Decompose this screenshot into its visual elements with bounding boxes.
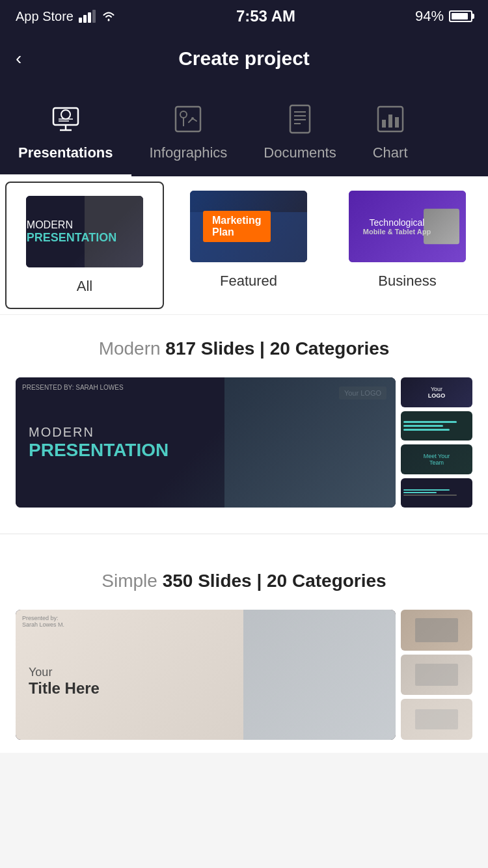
status-bar: App Store 7:53 AM 94% — [0, 0, 488, 33]
documents-label: Documents — [264, 144, 336, 161]
svg-rect-17 — [382, 120, 386, 128]
section-simple: Simple 350 Slides | 20 Categories Presen… — [0, 547, 488, 753]
filter-all-label: All — [77, 278, 92, 295]
wifi-icon — [101, 10, 116, 22]
infographics-label: Infographics — [150, 144, 228, 161]
filter-business[interactable]: Technological Mobile & Tablet App Busine… — [328, 176, 487, 314]
battery-percent: 94% — [415, 8, 444, 25]
simple-template-preview[interactable]: Presented by:Sarah Lowes M. Your Title H… — [16, 610, 472, 740]
modern-thumbs: YourLOGO Meet YourTeam — [401, 377, 472, 508]
modern-stats: 817 Slides | 20 Categories — [165, 338, 389, 359]
section-modern: Modern 817 Slides | 20 Categories Your L… — [0, 315, 488, 521]
filter-all[interactable]: MODERN PRESENTATION All — [5, 182, 164, 309]
svg-point-8 — [180, 111, 187, 118]
svg-rect-19 — [395, 117, 399, 128]
presentations-icon — [48, 102, 83, 137]
category-nav: Presentations Infographics Documents — [0, 85, 488, 176]
svg-rect-7 — [176, 107, 200, 131]
main-content: Modern 817 Slides | 20 Categories Your L… — [0, 315, 488, 753]
section-divider — [0, 534, 488, 534]
simple-section-title: Simple 350 Slides | 20 Categories — [16, 571, 472, 591]
filter-featured-thumb: MarketingPlan — [190, 191, 307, 262]
filter-row: MODERN PRESENTATION All MarketingPlan Fe… — [0, 176, 488, 315]
clock: 7:53 AM — [236, 7, 295, 25]
svg-point-10 — [191, 117, 194, 120]
simple-thumbs — [401, 610, 472, 740]
signal-icon — [79, 10, 96, 23]
filter-featured[interactable]: MarketingPlan Featured — [169, 176, 328, 314]
filter-featured-label: Featured — [220, 273, 277, 290]
svg-rect-18 — [388, 115, 392, 128]
chart-label: Chart — [373, 144, 408, 161]
category-documents[interactable]: Documents — [245, 91, 354, 176]
app-header: ‹ Create project — [0, 33, 488, 85]
status-right: 94% — [415, 8, 472, 25]
documents-icon — [282, 102, 318, 137]
status-left: App Store — [16, 9, 116, 24]
category-chart[interactable]: Chart — [355, 91, 426, 176]
svg-point-4 — [61, 110, 70, 119]
svg-point-0 — [107, 20, 109, 21]
category-infographics[interactable]: Infographics — [131, 91, 246, 176]
modern-template-preview[interactable]: Your LOGO PRESENTED BY: SARAH LOWES MODE… — [16, 377, 472, 508]
modern-main-slide[interactable]: Your LOGO PRESENTED BY: SARAH LOWES MODE… — [16, 377, 396, 508]
carrier-label: App Store — [16, 9, 74, 24]
modern-thumb-1[interactable]: YourLOGO — [401, 377, 472, 407]
modern-section-title: Modern 817 Slides | 20 Categories — [16, 338, 472, 359]
modern-thumb-2[interactable] — [401, 411, 472, 441]
page-title: Create project — [178, 47, 310, 70]
simple-stats: 350 Slides | 20 Categories — [163, 571, 386, 591]
infographics-icon — [170, 102, 206, 137]
filter-business-thumb: Technological Mobile & Tablet App — [349, 191, 466, 262]
simple-thumb-2[interactable] — [401, 655, 472, 696]
modern-thumb-4[interactable] — [401, 478, 472, 508]
category-presentations[interactable]: Presentations — [0, 91, 131, 176]
battery-icon — [449, 10, 472, 22]
presentations-label: Presentations — [18, 144, 113, 161]
filter-all-thumb: MODERN PRESENTATION — [26, 196, 143, 267]
simple-main-slide[interactable]: Presented by:Sarah Lowes M. Your Title H… — [16, 610, 396, 740]
simple-thumb-3[interactable] — [401, 699, 472, 740]
modern-thumb-3[interactable]: Meet YourTeam — [401, 444, 472, 474]
back-button[interactable]: ‹ — [16, 48, 21, 69]
simple-thumb-1[interactable] — [401, 610, 472, 651]
filter-business-label: Business — [378, 273, 436, 290]
chart-icon — [373, 102, 408, 137]
